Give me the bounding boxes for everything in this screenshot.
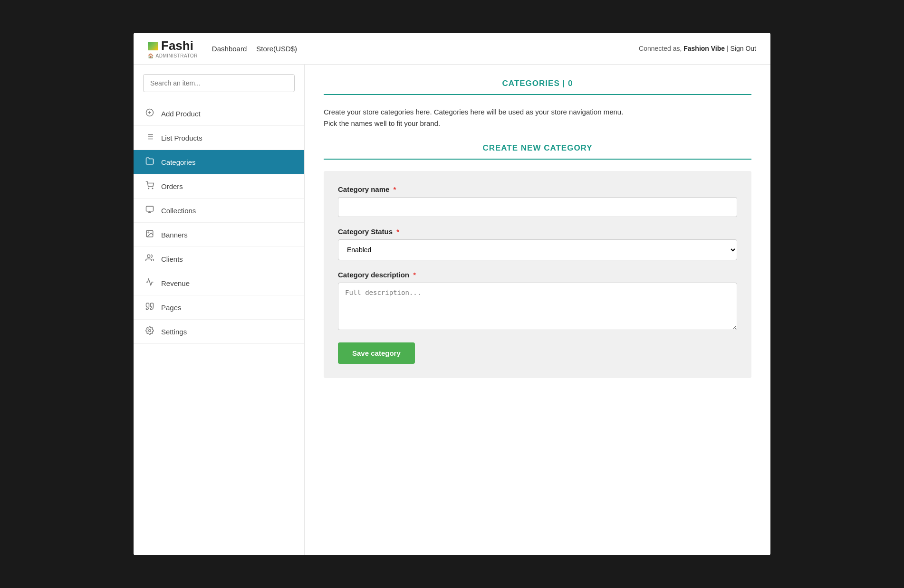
user-name: Fashion Vibe (683, 45, 725, 52)
svg-point-9 (148, 188, 149, 189)
sidebar-item-label: Add Product (161, 110, 201, 118)
collections-icon (145, 205, 154, 216)
content: CATEGORIES | 0 Create your store categor… (305, 65, 770, 555)
sidebar-item-collections[interactable]: Collections (134, 199, 304, 223)
sidebar-item-label: Categories (161, 158, 196, 166)
search-box (143, 74, 295, 92)
required-star-desc: * (413, 271, 416, 279)
nav-store[interactable]: Store(USD$) (256, 45, 297, 53)
svg-rect-11 (146, 206, 154, 211)
pages-icon (145, 302, 154, 313)
sidebar-item-settings[interactable]: Settings (134, 320, 304, 344)
category-name-group: Category name * (338, 185, 737, 217)
category-description-textarea[interactable] (338, 283, 737, 330)
settings-icon (145, 326, 154, 337)
save-category-button[interactable]: Save category (338, 342, 415, 364)
sidebar-item-banners[interactable]: Banners (134, 223, 304, 247)
sidebar-item-label: Banners (161, 231, 188, 239)
header-left: Fashi 🏠 ADMINISTRATOR Dashboard Store(US… (148, 38, 297, 58)
sign-out-link[interactable]: Sign Out (731, 45, 756, 52)
separator: | (727, 45, 729, 52)
categories-icon (145, 157, 154, 167)
sidebar-item-label: Settings (161, 328, 187, 336)
home-icon: 🏠 (148, 53, 154, 58)
category-status-group: Category Status * Enabled Disabled (338, 228, 737, 260)
add-product-icon (145, 108, 154, 119)
revenue-icon (145, 278, 154, 288)
sidebar-item-categories[interactable]: Categories (134, 150, 304, 174)
category-name-label: Category name * (338, 185, 737, 193)
section-title: CATEGORIES | 0 (502, 79, 573, 88)
header: Fashi 🏠 ADMINISTRATOR Dashboard Store(US… (134, 33, 770, 65)
required-star: * (394, 185, 396, 193)
sidebar-item-label: Collections (161, 207, 196, 215)
sidebar-item-label: Revenue (161, 279, 190, 287)
sidebar-item-label: Pages (161, 303, 182, 312)
category-description-group: Category description * (338, 271, 737, 332)
list-products-icon (145, 133, 154, 143)
svg-point-16 (147, 255, 150, 257)
header-right: Connected as, Fashion Vibe | Sign Out (639, 45, 756, 52)
required-star-status: * (396, 228, 399, 236)
orders-icon (145, 181, 154, 191)
category-status-label: Category Status * (338, 228, 737, 236)
sidebar-item-revenue[interactable]: Revenue (134, 271, 304, 295)
logo-text: Fashi (161, 38, 193, 53)
logo: Fashi (148, 38, 198, 53)
nav-links: Dashboard Store(USD$) (212, 45, 297, 53)
banners-icon (145, 229, 154, 240)
svg-point-10 (152, 188, 153, 189)
logo-icon (148, 42, 158, 50)
clients-icon (145, 254, 154, 264)
search-input[interactable] (143, 74, 295, 92)
create-section-title: CREATE NEW CATEGORY (482, 143, 592, 152)
sidebar-item-list-products[interactable]: List Products (134, 126, 304, 150)
category-status-select[interactable]: Enabled Disabled (338, 239, 737, 260)
sidebar-item-clients[interactable]: Clients (134, 247, 304, 271)
create-section-header: CREATE NEW CATEGORY (324, 143, 751, 160)
sidebar-item-label: Clients (161, 255, 183, 263)
form-container: Category name * Category Status * Enable… (324, 171, 751, 378)
category-name-input[interactable] (338, 197, 737, 217)
sidebar-item-orders[interactable]: Orders (134, 174, 304, 199)
sidebar-item-label: List Products (161, 134, 202, 142)
description-text: Create your store categories here. Categ… (324, 106, 751, 129)
section-header: CATEGORIES | 0 (324, 79, 751, 95)
svg-point-15 (148, 232, 149, 233)
nav-dashboard[interactable]: Dashboard (212, 45, 247, 53)
category-description-label: Category description * (338, 271, 737, 279)
svg-point-17 (149, 330, 151, 332)
main-layout: Add Product List Products Categories Ord… (134, 65, 770, 555)
admin-label: 🏠 ADMINISTRATOR (148, 53, 198, 58)
sidebar-item-label: Orders (161, 182, 183, 190)
sidebar-item-add-product[interactable]: Add Product (134, 102, 304, 126)
logo-area: Fashi 🏠 ADMINISTRATOR (148, 38, 198, 58)
sidebar: Add Product List Products Categories Ord… (134, 65, 305, 555)
sidebar-item-pages[interactable]: Pages (134, 295, 304, 320)
